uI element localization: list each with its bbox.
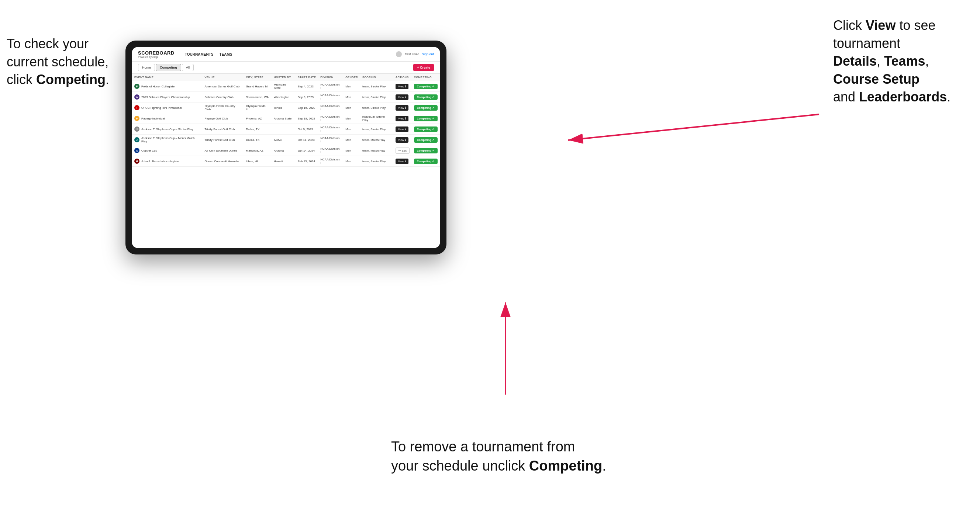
cell-division: NCAA Division I <box>318 135 343 145</box>
cell-city: Dallas, TX <box>244 124 272 135</box>
brand-title: SCOREBOARD <box>138 50 175 56</box>
event-name-text: Copper Cup <box>141 149 157 152</box>
nav-teams[interactable]: TEAMS <box>220 52 232 56</box>
filter-competing[interactable]: Competing <box>156 64 181 71</box>
view-button[interactable]: View ℹ <box>396 137 409 143</box>
cell-city: Olympia Fields, IL <box>244 103 272 113</box>
view-button[interactable]: View ℹ <box>396 127 409 132</box>
cell-hosted: Illinois <box>272 103 296 113</box>
cell-scoring: team, Match Play <box>360 135 393 145</box>
cell-division: NCAA Division I <box>318 145 343 156</box>
cell-gender: Men <box>343 145 360 156</box>
col-city: CITY, STATE <box>244 74 272 81</box>
annotation-bottom: To remove a tournament from your schedul… <box>391 437 620 475</box>
cell-date: Oct 11, 2023 <box>296 135 318 145</box>
table-header: EVENT NAME VENUE CITY, STATE HOSTED BY S… <box>132 74 440 81</box>
col-venue: VENUE <box>202 74 243 81</box>
nav-user: Test User <box>405 52 419 56</box>
view-button[interactable]: View ℹ <box>396 159 409 164</box>
cell-gender: Men <box>343 81 360 92</box>
view-button[interactable]: View ℹ <box>396 105 409 111</box>
cell-hosted: Washington <box>272 92 296 103</box>
cell-event-name: W 2023 Sahalee Players Championship <box>132 92 202 103</box>
create-button[interactable]: + Create <box>413 64 434 71</box>
competing-button[interactable]: Competing ✓ <box>414 116 438 121</box>
cell-city: Grand Haven, MI <box>244 81 272 92</box>
nav-signout[interactable]: Sign out <box>422 52 434 56</box>
cell-competing: Competing ✓ <box>412 113 440 124</box>
filter-all[interactable]: All <box>182 64 194 71</box>
cell-venue: Olympia Fields Country Club <box>202 103 243 113</box>
cell-venue: Papago Golf Club <box>202 113 243 124</box>
competing-button[interactable]: Competing ✓ <box>414 137 438 143</box>
competing-button[interactable]: Competing ✓ <box>414 84 438 89</box>
cell-actions: View ℹ <box>393 156 412 167</box>
cell-division: NCAA Division I <box>318 113 343 124</box>
col-event-name: EVENT NAME <box>132 74 202 81</box>
table-row: J Jackson T. Stephens Cup – Men's Match … <box>132 135 440 145</box>
col-actions: ACTIONS <box>393 74 412 81</box>
team-logo: J <box>134 137 140 142</box>
cell-venue: Trinity Forest Golf Club <box>202 135 243 145</box>
cell-actions: View ℹ <box>393 135 412 145</box>
view-button[interactable]: View ℹ <box>396 84 409 89</box>
cell-date: Sep 4, 2023 <box>296 81 318 92</box>
event-name-text: OFCC Fighting Illini Invitational <box>141 106 182 110</box>
cell-event-name: I OFCC Fighting Illini Invitational <box>132 103 202 113</box>
tablet: SCOREBOARD Powered by clippi TOURNAMENTS… <box>126 41 447 254</box>
competing-button[interactable]: Competing ✓ <box>414 127 438 132</box>
table-wrapper: EVENT NAME VENUE CITY, STATE HOSTED BY S… <box>132 74 440 248</box>
cell-scoring: team, Stroke Play <box>360 124 393 135</box>
col-scoring: SCORING <box>360 74 393 81</box>
view-button[interactable]: View ℹ <box>396 94 409 100</box>
cell-actions: ✏ Edit <box>393 145 412 156</box>
view-button[interactable]: View ℹ <box>396 116 409 121</box>
cell-scoring: team, Stroke Play <box>360 92 393 103</box>
cell-division: NCAA Division I <box>318 156 343 167</box>
brand-subtitle: Powered by clippi <box>138 56 175 58</box>
team-logo: J <box>134 127 140 132</box>
cell-competing: Competing ✓ <box>412 103 440 113</box>
scoreboard-brand: SCOREBOARD Powered by clippi <box>138 50 175 58</box>
cell-date: Jan 14, 2024 <box>296 145 318 156</box>
cell-scoring: team, Match Play <box>360 145 393 156</box>
cell-venue: American Dunes Golf Club <box>202 81 243 92</box>
team-logo: P <box>134 116 140 121</box>
cell-scoring: team, Stroke Play <box>360 81 393 92</box>
col-division: DIVISION <box>318 74 343 81</box>
cell-gender: Men <box>343 113 360 124</box>
competing-button[interactable]: Competing ✓ <box>414 94 438 100</box>
cell-date: Feb 15, 2024 <box>296 156 318 167</box>
cell-actions: View ℹ <box>393 113 412 124</box>
cell-venue: Ocean Course At Hokuala <box>202 156 243 167</box>
tablet-screen: SCOREBOARD Powered by clippi TOURNAMENTS… <box>132 47 440 248</box>
cell-competing: Competing ✓ <box>412 81 440 92</box>
event-name-text: 2023 Sahalee Players Championship <box>141 95 190 99</box>
cell-hosted: Michigan State <box>272 81 296 92</box>
cell-city: Sammamish, WA <box>244 92 272 103</box>
competing-button[interactable]: Competing ✓ <box>414 159 438 164</box>
cell-division: NCAA Division I <box>318 81 343 92</box>
team-logo: F <box>134 84 140 89</box>
cell-city: Phoenix, AZ <box>244 113 272 124</box>
nav-tournaments[interactable]: TOURNAMENTS <box>185 52 214 56</box>
cell-actions: View ℹ <box>393 81 412 92</box>
competing-button[interactable]: Competing ✓ <box>414 105 438 111</box>
table-row: H John A. Burns Intercollegiate Ocean Co… <box>132 156 440 167</box>
col-competing: COMPETING <box>412 74 440 81</box>
cell-hosted: Hawaii <box>272 156 296 167</box>
cell-city: Lihue, HI <box>244 156 272 167</box>
col-hosted: HOSTED BY <box>272 74 296 81</box>
cell-venue: Trinity Forest Golf Club <box>202 124 243 135</box>
cell-hosted <box>272 124 296 135</box>
filter-bar: Home Competing All + Create <box>132 62 440 74</box>
cell-competing: Competing ✓ <box>412 124 440 135</box>
cell-hosted: Arizona <box>272 145 296 156</box>
filter-home[interactable]: Home <box>138 64 155 71</box>
cell-division: NCAA Division I <box>318 103 343 113</box>
cell-competing: Competing ✓ <box>412 156 440 167</box>
competing-button[interactable]: Competing ✓ <box>414 148 438 153</box>
team-logo: H <box>134 159 140 164</box>
cell-event-name: J Jackson T. Stephens Cup – Men's Match … <box>132 135 202 145</box>
edit-button[interactable]: ✏ Edit <box>396 148 410 154</box>
